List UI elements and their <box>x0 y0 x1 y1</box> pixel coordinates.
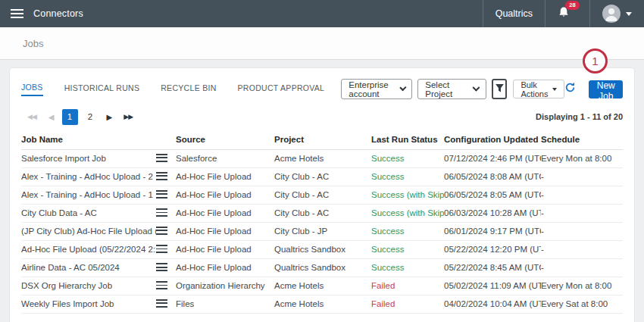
prev-page-button[interactable]: ◀ <box>42 113 60 121</box>
column-header-configuration-updated[interactable]: Configuration Updated <box>444 130 541 149</box>
status-badge: Success (with Skipp... <box>371 190 444 199</box>
row-actions-button[interactable] <box>156 190 167 199</box>
brand-label: Qualtrics <box>496 8 533 19</box>
tab-product-approval[interactable]: PRODUCT APPROVAL <box>238 83 325 95</box>
project-cell: Qualtrics Sandbox <box>274 258 371 277</box>
row-actions-button[interactable] <box>156 299 167 308</box>
new-job-button[interactable]: New Job <box>589 80 623 98</box>
refresh-button[interactable] <box>564 82 576 96</box>
row-actions-button[interactable] <box>156 208 167 217</box>
column-header-last-run-status[interactable]: Last Run Status <box>371 130 444 149</box>
column-header-source[interactable]: Source <box>176 130 274 149</box>
table-header-row: Job Name Source Project Last Run Status … <box>21 130 623 149</box>
tab-historical-runs[interactable]: HISTORICAL RUNS <box>64 83 140 95</box>
tab-bar: JOBS HISTORICAL RUNS RECYCLE BIN PRODUCT… <box>21 83 324 96</box>
last-page-button[interactable]: ▶▶ <box>117 113 139 120</box>
status-badge: Success <box>371 245 404 254</box>
status-badge: Success <box>371 263 404 272</box>
column-header-schedule[interactable]: Schedule <box>541 130 623 149</box>
project-cell: City Club - AC <box>274 186 371 204</box>
next-page-button[interactable]: ▶ <box>101 113 118 121</box>
job-name-cell: DSX Org Hierarchy Job <box>21 277 156 295</box>
annotation-callout-1: 1 <box>583 48 608 73</box>
column-header-actions <box>156 130 176 149</box>
row-actions-button[interactable] <box>156 281 167 289</box>
avatar <box>602 5 621 23</box>
first-page-button[interactable]: ◀◀ <box>21 113 42 120</box>
row-actions-button[interactable] <box>156 227 167 235</box>
updated-cell: 05/02/2024 11:09 AM (UTC-... <box>444 277 541 295</box>
status-badge: Success <box>371 227 404 236</box>
funnel-icon <box>495 83 505 96</box>
column-header-project[interactable]: Project <box>274 130 371 149</box>
schedule-cell: - <box>541 186 623 204</box>
user-menu[interactable] <box>589 0 644 27</box>
project-cell: Acme Hotels <box>274 295 371 313</box>
source-cell: Ad-Hoc File Upload <box>176 258 274 277</box>
schedule-cell: - <box>541 240 623 258</box>
status-badge: Success <box>371 154 404 163</box>
page-button-1[interactable]: 1 <box>62 109 78 125</box>
project-cell: City Club - JP <box>274 222 371 240</box>
table-row: (JP City Club) Ad-Hoc File Upload (06/01… <box>21 222 623 240</box>
row-actions-button[interactable] <box>156 154 167 162</box>
source-cell: Files <box>176 295 274 313</box>
job-name-cell: (JP City Club) Ad-Hoc File Upload (06/01… <box>21 222 156 240</box>
refresh-icon <box>564 82 576 96</box>
jobs-panel: JOBS HISTORICAL RUNS RECYCLE BIN PRODUCT… <box>10 68 634 322</box>
tab-jobs[interactable]: JOBS <box>21 83 43 96</box>
project-cell: City Club - AC <box>274 167 371 186</box>
table-row: City Club Data - AC Ad-Hoc File Upload C… <box>21 204 623 222</box>
jobs-table: Job Name Source Project Last Run Status … <box>21 130 623 314</box>
row-actions-button[interactable] <box>156 263 167 271</box>
table-row: Weekly Files Import Job Files Acme Hotel… <box>21 295 623 313</box>
notifications-button[interactable]: 28 <box>545 0 589 27</box>
project-select[interactable]: Select Project <box>417 79 486 99</box>
tab-recycle-bin[interactable]: RECYCLE BIN <box>161 83 216 95</box>
schedule-cell: Every Sat at 8:00 <box>541 295 623 313</box>
row-actions-button[interactable] <box>156 245 167 253</box>
bulk-actions-button[interactable]: Bulk Actions <box>513 80 564 98</box>
updated-cell: 06/01/2024 9:17 PM (UTC-0... <box>444 222 541 240</box>
table-row: Airline Data - AC 05/2024 Ad-Hoc File Up… <box>21 258 623 277</box>
job-name-cell: Weekly Files Import Job <box>21 295 156 313</box>
job-name-cell: City Club Data - AC <box>21 204 156 222</box>
table-row: Ad-Hoc File Upload (05/22/2024 2:19 PM .… <box>21 240 623 258</box>
breadcrumb-bar: Jobs <box>0 27 644 60</box>
schedule-cell: - <box>541 167 623 186</box>
job-name-cell: Ad-Hoc File Upload (05/22/2024 2:19 PM .… <box>21 240 156 258</box>
job-name-cell: Alex - Training - AdHoc Upload - 2 <box>21 167 156 186</box>
brand-link[interactable]: Qualtrics <box>483 0 545 27</box>
project-cell: Acme Hotels <box>274 277 371 295</box>
updated-cell: 04/02/2024 10:04 AM (UTC-... <box>444 295 541 313</box>
schedule-cell: - <box>541 204 623 222</box>
status-badge: Success (with Skipp... <box>371 208 444 217</box>
source-cell: Organization Hierarchy <box>176 277 274 295</box>
table-row: Alex - Training - AdHoc Upload - 2 Ad-Ho… <box>21 167 623 186</box>
source-cell: Salesforce <box>176 149 274 167</box>
table-row: Salesforce Import Job Salesforce Acme Ho… <box>21 149 623 167</box>
table-row: DSX Org Hierarchy Job Organization Hiera… <box>21 277 623 295</box>
updated-cell: 06/03/2024 10:28 AM (UTC-... <box>444 204 541 222</box>
account-select[interactable]: Enterprise account <box>341 79 412 99</box>
schedule-cell: - <box>541 222 623 240</box>
source-cell: Ad-Hoc File Upload <box>176 186 274 204</box>
bell-icon: 28 <box>558 6 577 21</box>
pagination-summary: Displaying 1 - 11 of 20 <box>536 112 623 121</box>
source-cell: Ad-Hoc File Upload <box>176 240 274 258</box>
breadcrumb: Jobs <box>23 38 43 49</box>
source-cell: Ad-Hoc File Upload <box>176 167 274 186</box>
row-actions-button[interactable] <box>156 172 167 180</box>
updated-cell: 06/05/2024 8:08 AM (UTC-0... <box>444 167 541 186</box>
toolbar: JOBS HISTORICAL RUNS RECYCLE BIN PRODUCT… <box>21 79 623 99</box>
page-button-2[interactable]: 2 <box>83 109 98 125</box>
hamburger-menu-icon[interactable] <box>11 9 23 18</box>
schedule-cell: - <box>541 258 623 277</box>
updated-cell: 07/12/2024 2:46 PM (UTC-0... <box>444 149 541 167</box>
filter-button[interactable] <box>492 79 507 99</box>
updated-cell: 05/22/2024 8:45 AM (UTC-0... <box>444 258 541 277</box>
status-badge: Success <box>371 172 404 181</box>
job-name-cell: Alex - Training - AdHoc Upload - 1 <box>21 186 156 204</box>
column-header-job-name[interactable]: Job Name <box>21 130 156 149</box>
table-row: Alex - Training - AdHoc Upload - 1 Ad-Ho… <box>21 186 623 204</box>
